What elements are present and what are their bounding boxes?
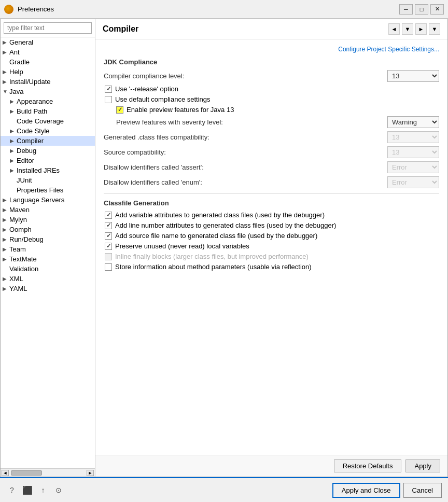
sidebar-item-junit[interactable]: JUnit bbox=[1, 175, 95, 185]
nav-forward-button[interactable]: ► bbox=[415, 23, 427, 35]
sidebar-item-build-path[interactable]: ▶Build Path bbox=[1, 106, 95, 116]
source-compat-select[interactable]: 13 bbox=[387, 146, 439, 158]
tree-arrow-ant: ▶ bbox=[3, 49, 8, 55]
close-button[interactable]: ✕ bbox=[430, 4, 444, 15]
source-compat-row: Source compatibility: 13 bbox=[104, 146, 439, 158]
sidebar-item-mylyn[interactable]: ▶Mylyn bbox=[1, 215, 95, 225]
nav-back-dropdown[interactable]: ▼ bbox=[402, 23, 413, 35]
scroll-left-arrow[interactable]: ◄ bbox=[2, 470, 9, 476]
use-release-row: Use '--release' option bbox=[104, 85, 439, 93]
tree-arrow-install-update: ▶ bbox=[3, 79, 8, 85]
use-release-checkbox[interactable] bbox=[105, 86, 112, 93]
sidebar-item-compiler[interactable]: ▶Compiler bbox=[1, 136, 95, 146]
sidebar-item-textmate[interactable]: ▶TextMate bbox=[1, 254, 95, 264]
page-title: Compiler bbox=[103, 24, 138, 34]
use-default-checkbox[interactable] bbox=[105, 96, 112, 103]
scroll-right-arrow[interactable]: ► bbox=[87, 470, 94, 476]
classfile-cb-add-source-file[interactable] bbox=[105, 232, 112, 240]
sidebar-item-java[interactable]: ▼Java bbox=[1, 87, 95, 96]
sidebar-item-general[interactable]: ▶General bbox=[1, 37, 95, 47]
sidebar-label-java: Java bbox=[9, 88, 93, 95]
classfile-cb-add-variable[interactable] bbox=[105, 212, 112, 219]
sidebar-item-install-update[interactable]: ▶Install/Update bbox=[1, 77, 95, 87]
tree-arrow-mylyn: ▶ bbox=[3, 217, 8, 222]
sidebar-item-code-style[interactable]: ▶Code Style bbox=[1, 126, 95, 136]
disallow-enum-label: Disallow identifiers called 'enum': bbox=[104, 178, 387, 186]
generated-class-select[interactable]: 13 bbox=[387, 131, 439, 143]
sidebar-item-code-coverage[interactable]: Code Coverage bbox=[1, 116, 95, 126]
main-area: ▶General▶AntGradle▶Help▶Install/Update▼J… bbox=[0, 19, 448, 477]
sidebar-item-maven[interactable]: ▶Maven bbox=[1, 205, 95, 215]
classfile-cb-store-method-params[interactable] bbox=[105, 263, 112, 271]
sidebar-label-textmate: TextMate bbox=[9, 255, 93, 263]
compliance-level-select[interactable]: 13 bbox=[387, 70, 439, 82]
sidebar-label-help: Help bbox=[9, 68, 93, 76]
sidebar-label-installed-jres: Installed JREs bbox=[17, 166, 93, 174]
tree-arrow-help: ▶ bbox=[3, 69, 8, 75]
scroll-thumb[interactable] bbox=[11, 470, 42, 476]
tree-arrow-build-path: ▶ bbox=[10, 108, 15, 114]
disallow-enum-select[interactable]: Error bbox=[387, 176, 439, 188]
classfile-row-add-variable: Add variable attributes to generated cla… bbox=[104, 211, 439, 219]
sidebar-item-debug[interactable]: ▶Debug bbox=[1, 146, 95, 156]
sidebar-label-gradle: Gradle bbox=[9, 58, 93, 66]
settings-icon[interactable]: ⊙ bbox=[53, 484, 64, 496]
sidebar-item-ant[interactable]: ▶Ant bbox=[1, 47, 95, 57]
footer-actions: Apply and Close Cancel bbox=[332, 483, 442, 498]
tree-arrow-team: ▶ bbox=[3, 246, 8, 252]
classfile-row-add-line-number: Add line number attributes to generated … bbox=[104, 221, 439, 229]
cancel-button[interactable]: Cancel bbox=[403, 483, 442, 498]
tree-arrow-java: ▼ bbox=[3, 89, 8, 94]
sidebar-item-installed-jres[interactable]: ▶Installed JREs bbox=[1, 165, 95, 175]
export-icon[interactable]: ⬛ bbox=[22, 484, 33, 496]
preview-severity-select[interactable]: Warning bbox=[387, 116, 439, 128]
apply-button[interactable]: Apply bbox=[405, 459, 440, 472]
configure-project-link[interactable]: Configure Project Specific Settings... bbox=[104, 46, 439, 53]
sidebar-item-oomph[interactable]: ▶Oomph bbox=[1, 225, 95, 234]
search-box bbox=[1, 19, 95, 37]
sidebar-item-language-servers[interactable]: ▶Language Servers bbox=[1, 195, 95, 205]
search-input[interactable] bbox=[4, 22, 92, 34]
scroll-right-arrows: ► bbox=[87, 470, 94, 476]
maximize-button[interactable]: □ bbox=[415, 4, 428, 15]
help-icon[interactable]: ? bbox=[6, 484, 18, 496]
sidebar-item-team[interactable]: ▶Team bbox=[1, 244, 95, 254]
nav-back-button[interactable]: ◄ bbox=[388, 23, 400, 35]
sidebar-item-help[interactable]: ▶Help bbox=[1, 67, 95, 77]
sidebar-label-oomph: Oomph bbox=[9, 226, 93, 233]
classfile-cb-preserve-unused[interactable] bbox=[105, 243, 112, 250]
sidebar-label-mylyn: Mylyn bbox=[9, 216, 93, 224]
sidebar-item-editor[interactable]: ▶Editor bbox=[1, 156, 95, 165]
generated-class-row: Generated .class files compatibility: 13 bbox=[104, 131, 439, 143]
compliance-level-label: Compiler compliance level: bbox=[104, 72, 387, 80]
restore-defaults-button[interactable]: Restore Defaults bbox=[334, 459, 402, 472]
sidebar-item-run-debug[interactable]: ▶Run/Debug bbox=[1, 234, 95, 244]
classfile-items: Add variable attributes to generated cla… bbox=[104, 211, 439, 271]
tree-arrow-code-style: ▶ bbox=[10, 128, 15, 134]
nav-forward-dropdown[interactable]: ▼ bbox=[429, 23, 440, 35]
disallow-assert-row: Disallow identifiers called 'assert': Er… bbox=[104, 161, 439, 173]
sidebar-item-appearance[interactable]: ▶Appearance bbox=[1, 96, 95, 106]
nav-bar: ◄ ▼ ► ▼ bbox=[388, 23, 440, 35]
sidebar-label-code-style: Code Style bbox=[17, 127, 93, 135]
sidebar-item-properties-files[interactable]: Properties Files bbox=[1, 185, 95, 195]
sidebar-label-team: Team bbox=[9, 245, 93, 253]
sidebar-item-validation[interactable]: Validation bbox=[1, 264, 95, 274]
apply-close-button[interactable]: Apply and Close bbox=[332, 483, 400, 498]
enable-preview-checkbox[interactable] bbox=[116, 106, 123, 114]
use-default-label: Use default compliance settings bbox=[115, 95, 211, 103]
minimize-button[interactable]: ─ bbox=[399, 4, 413, 15]
window-title: Preferences bbox=[18, 5, 399, 13]
sidebar-label-appearance: Appearance bbox=[17, 97, 93, 105]
content-header: Compiler ◄ ▼ ► ▼ bbox=[95, 19, 447, 39]
sidebar-item-xml[interactable]: ▶XML bbox=[1, 274, 95, 284]
content-panel: Compiler ◄ ▼ ► ▼ Configure Project Speci… bbox=[95, 19, 447, 477]
sidebar-item-yaml[interactable]: ▶YAML bbox=[1, 284, 95, 294]
sidebar-item-gradle[interactable]: Gradle bbox=[1, 57, 95, 67]
classfile-cb-add-line-number[interactable] bbox=[105, 222, 112, 229]
import-icon[interactable]: ↑ bbox=[37, 484, 49, 496]
tree-arrow-general: ▶ bbox=[3, 39, 8, 45]
sidebar-label-general: General bbox=[9, 38, 93, 46]
window-controls: ─ □ ✕ bbox=[399, 4, 444, 15]
disallow-assert-select[interactable]: Error bbox=[387, 161, 439, 173]
